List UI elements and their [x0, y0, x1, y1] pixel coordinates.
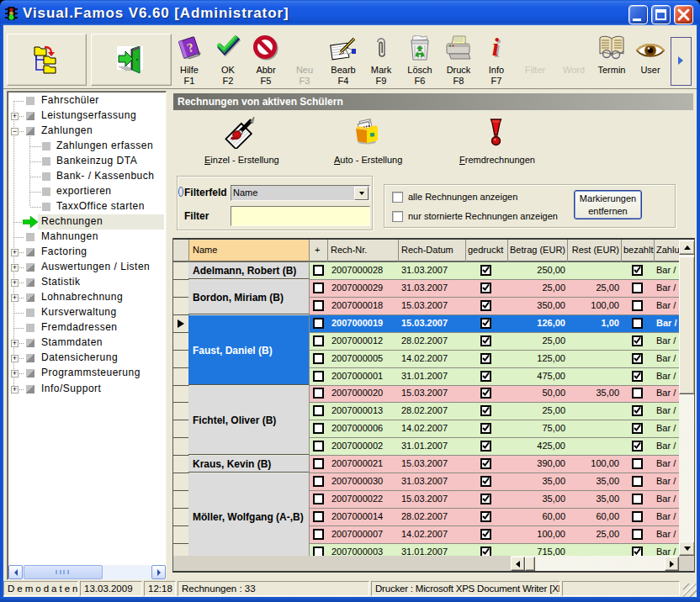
svg-text:i: i [492, 35, 500, 61]
